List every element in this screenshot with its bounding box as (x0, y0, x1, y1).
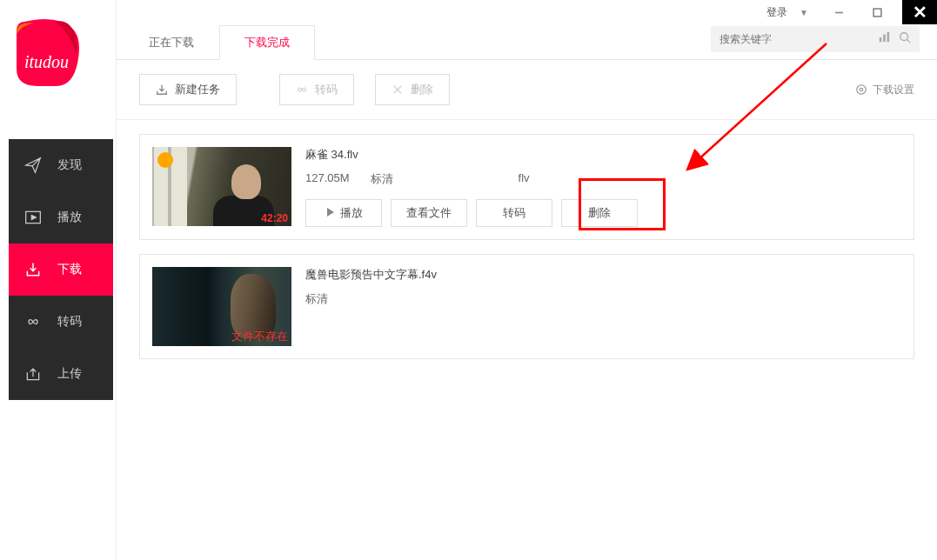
minimize-button[interactable] (826, 0, 852, 24)
sidebar-label: 播放 (57, 210, 82, 225)
list-item: 42:20 麻雀 34.flv 127.05M 标清 flv 播放 查看文件 转… (139, 134, 914, 240)
login-link[interactable]: 登录 (766, 5, 787, 20)
maximize-button[interactable] (864, 0, 890, 24)
sidebar: 发现 播放 下载 转码 上传 (9, 139, 113, 400)
sidebar-item-transcode[interactable]: 转码 (9, 296, 113, 348)
sidebar-label: 发现 (57, 157, 82, 173)
list-item: 文件不存在 魔兽电影预告中文字幕.f4v 标清 (139, 254, 914, 359)
infinity-icon (24, 313, 42, 330)
duration-label: 42:20 (261, 212, 288, 224)
new-task-button[interactable]: 新建任务 (139, 74, 237, 105)
item-delete-button[interactable]: 删除 (561, 199, 638, 227)
error-label: 文件不存在 (231, 329, 288, 344)
stats-icon[interactable] (878, 31, 890, 47)
transcode-button[interactable]: 转码 (279, 74, 354, 105)
play-button[interactable]: 播放 (305, 199, 382, 227)
item-transcode-button[interactable]: 转码 (476, 199, 552, 227)
upload-icon (24, 365, 42, 383)
search-box (711, 26, 920, 52)
thumbnail[interactable]: 42:20 (152, 147, 291, 226)
sidebar-item-play[interactable]: 播放 (9, 191, 113, 243)
close-button[interactable]: ✕ (902, 0, 937, 24)
svg-rect-4 (883, 35, 886, 43)
search-input[interactable] (719, 33, 878, 45)
sidebar-label: 下载 (57, 262, 82, 277)
paper-plane-icon (24, 157, 42, 174)
sidebar-label: 上传 (57, 366, 82, 382)
sidebar-item-download[interactable]: 下载 (9, 243, 113, 296)
button-label: 转码 (315, 82, 338, 97)
filesize-label: 127.05M (305, 171, 350, 187)
search-icon[interactable] (899, 31, 911, 47)
quality-label: 标清 (305, 291, 328, 307)
svg-rect-5 (887, 32, 890, 42)
download-icon (24, 261, 42, 278)
file-meta: 标清 (305, 291, 901, 307)
button-label: 播放 (340, 205, 363, 221)
svg-rect-1 (873, 9, 881, 17)
tab-downloading[interactable]: 正在下载 (124, 25, 219, 60)
svg-line-7 (907, 40, 911, 43)
download-list: 42:20 麻雀 34.flv 127.05M 标清 flv 播放 查看文件 转… (117, 120, 937, 373)
tab-completed[interactable]: 下载完成 (219, 25, 315, 60)
settings-label: 下载设置 (873, 83, 914, 97)
format-label: flv (519, 171, 530, 187)
svg-point-10 (857, 85, 867, 95)
sidebar-item-upload[interactable]: 上传 (9, 348, 113, 400)
file-meta: 127.05M 标清 flv (305, 171, 901, 187)
sidebar-item-discover[interactable]: 发现 (9, 139, 113, 191)
download-settings-link[interactable]: 下载设置 (855, 83, 914, 97)
view-file-button[interactable]: 查看文件 (391, 199, 467, 227)
app-logo: itudou (10, 16, 87, 92)
filename-label: 魔兽电影预告中文字幕.f4v (305, 267, 901, 283)
svg-point-11 (860, 88, 863, 91)
filename-label: 麻雀 34.flv (305, 147, 901, 163)
toolbar: 新建任务 转码 删除 下载设置 (117, 60, 937, 120)
play-rect-icon (24, 209, 42, 226)
channel-badge-icon (157, 152, 173, 168)
svg-rect-3 (880, 37, 882, 42)
button-label: 新建任务 (175, 82, 220, 97)
svg-point-6 (900, 33, 908, 41)
login-dropdown-icon[interactable]: ▼ (800, 8, 808, 17)
button-label: 删除 (411, 82, 433, 97)
delete-button[interactable]: 删除 (375, 74, 450, 105)
thumbnail[interactable]: 文件不存在 (152, 267, 291, 346)
quality-label: 标清 (371, 171, 393, 187)
play-icon (325, 207, 335, 220)
sidebar-label: 转码 (57, 314, 82, 330)
logo-text: itudou (24, 52, 69, 72)
